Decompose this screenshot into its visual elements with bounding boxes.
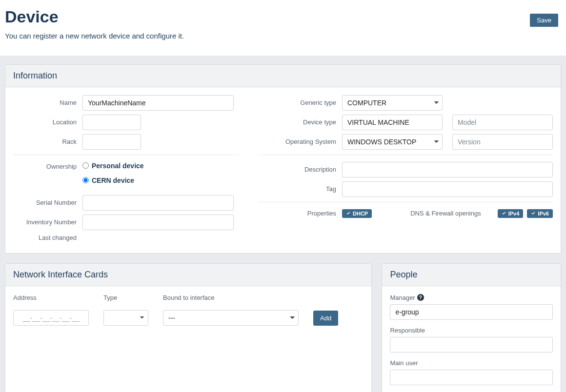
model-input[interactable] (452, 115, 553, 130)
separator (258, 202, 553, 202)
separator (258, 155, 553, 155)
name-input[interactable] (82, 95, 234, 111)
inventory-input[interactable] (82, 215, 234, 230)
ownership-personal-radio[interactable] (82, 162, 89, 169)
people-panel-title: People (382, 264, 561, 286)
name-label: Name (13, 99, 77, 106)
responsible-input[interactable] (390, 337, 553, 353)
generic-type-label: Generic type (258, 99, 336, 106)
ownership-personal-label: Personal device (92, 162, 144, 170)
serial-label: Serial Number (13, 199, 77, 206)
device-type-input[interactable] (342, 115, 443, 130)
serial-input[interactable] (82, 195, 234, 211)
page-header: Device You can register a new network de… (0, 0, 566, 56)
check-icon (346, 211, 351, 216)
responsible-label: Responsible (390, 327, 553, 334)
information-panel: Information Name Location (5, 64, 561, 254)
nic-address-label: Address (13, 294, 89, 301)
last-changed-label: Last changed (13, 234, 77, 241)
page-subtitle: You can register a new network device an… (5, 32, 184, 40)
nic-panel: Network Interface Cards Address Type Bou… (5, 263, 372, 392)
separator (13, 155, 239, 155)
description-label: Description (258, 166, 336, 173)
page-title: Device (5, 7, 184, 27)
nic-panel-title: Network Interface Cards (5, 264, 371, 286)
page-body: Information Name Location (0, 56, 566, 392)
main-user-label: Main user (390, 359, 553, 367)
os-select[interactable]: WINDOWS DESKTOP (342, 134, 443, 150)
location-input[interactable] (82, 115, 141, 130)
properties-label: Properties (258, 210, 336, 217)
ipv4-badge[interactable]: IPv4 (498, 209, 524, 218)
dns-firewall-label: DNS & Firewall openings (410, 210, 481, 217)
generic-type-select[interactable]: COMPUTER (342, 95, 443, 111)
nic-type-select[interactable] (103, 310, 148, 326)
inventory-label: Inventory Number (13, 218, 77, 226)
description-input[interactable] (342, 162, 553, 177)
location-label: Location (13, 118, 77, 126)
main-user-input[interactable] (390, 370, 553, 385)
ownership-personal-option[interactable]: Personal device (82, 162, 144, 170)
ipv6-badge-label: IPv6 (538, 211, 549, 216)
rack-input[interactable] (82, 134, 141, 150)
check-icon (502, 211, 506, 216)
manager-input[interactable] (390, 304, 553, 320)
save-button[interactable]: Save (530, 14, 558, 27)
information-panel-title: Information (5, 65, 561, 87)
ownership-cern-radio[interactable] (82, 177, 89, 183)
ownership-label: Ownership (13, 162, 77, 170)
device-type-label: Device type (258, 118, 336, 126)
ipv4-badge-label: IPv4 (508, 211, 520, 216)
nic-bound-select[interactable]: --- (163, 310, 299, 326)
ipv6-badge[interactable]: IPv6 (527, 209, 553, 218)
manager-label: Manager (390, 294, 415, 301)
rack-label: Rack (13, 138, 77, 145)
nic-address-input[interactable] (13, 310, 89, 326)
dhcp-badge-label: DHCP (353, 211, 368, 216)
check-icon (531, 211, 536, 216)
dhcp-badge[interactable]: DHCP (342, 209, 372, 218)
nic-bound-label: Bound to interface (163, 294, 299, 301)
nic-add-button[interactable]: Add (313, 311, 338, 326)
os-label: Operating System (258, 138, 336, 145)
version-input[interactable] (452, 134, 553, 150)
tag-input[interactable] (342, 181, 553, 197)
help-icon[interactable]: ? (417, 294, 424, 301)
nic-type-label: Type (103, 294, 148, 301)
people-panel: People Manager ? Responsible Main user (382, 263, 561, 392)
ownership-cern-label: CERN device (92, 176, 134, 184)
ownership-cern-option[interactable]: CERN device (82, 176, 134, 184)
tag-label: Tag (258, 185, 336, 193)
